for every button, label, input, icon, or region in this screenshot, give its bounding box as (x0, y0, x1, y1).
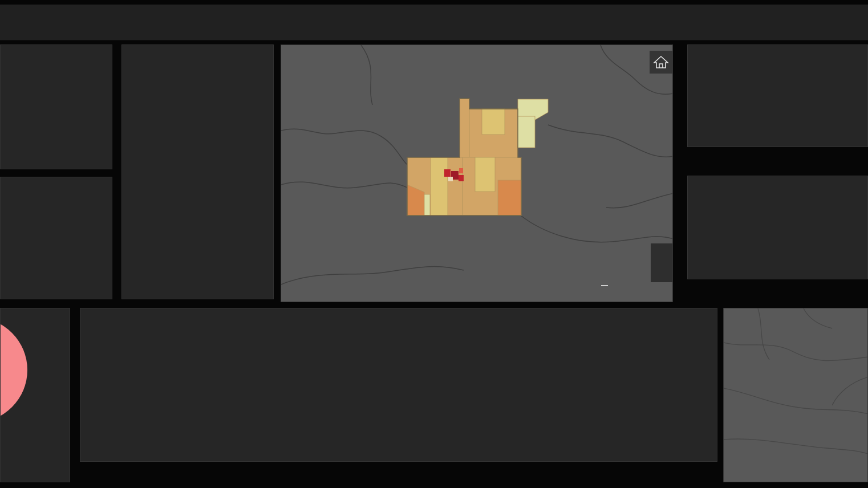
pie-panel (0, 308, 70, 482)
mini-map[interactable] (723, 308, 868, 482)
pie-slice (0, 318, 27, 422)
home-icon (650, 51, 672, 74)
legend-panel (121, 44, 274, 299)
chart-panel-deaths (687, 176, 868, 279)
stat-panel-cases (0, 44, 112, 169)
age-chart-grid (80, 308, 717, 462)
covid-dashboard: { "header": { "title": "rict Health Depa… (0, 0, 868, 488)
cumulative-cases-chart (688, 45, 868, 147)
mini-map-canvas (724, 308, 868, 482)
age-chart-panel (80, 308, 717, 462)
main-map[interactable] (281, 44, 673, 302)
main-map-canvas (281, 45, 673, 302)
zoom-out-button[interactable] (651, 263, 672, 282)
chart-panel-cases (687, 44, 868, 147)
cumulative-deaths-chart (688, 176, 868, 279)
stat-panel-deaths (0, 177, 112, 299)
tab-group-cases (687, 149, 868, 169)
tab-group-age (80, 463, 365, 482)
zoom-in-button[interactable] (651, 243, 672, 263)
map-attribution (601, 285, 608, 286)
home-button[interactable] (650, 51, 672, 74)
header-bar (0, 5, 868, 40)
tab-group-deaths (687, 280, 868, 300)
